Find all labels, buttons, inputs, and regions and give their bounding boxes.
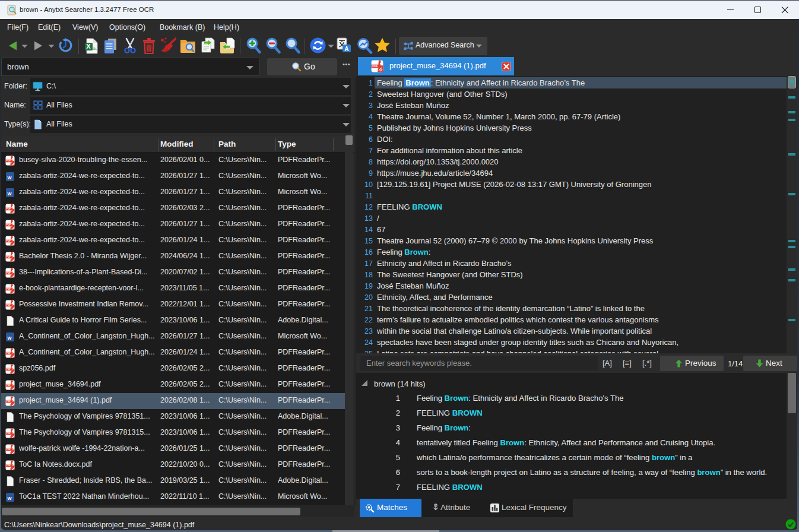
svg-text:w: w bbox=[7, 191, 12, 197]
svg-text:PDF: PDF bbox=[7, 352, 11, 354]
svg-text:PDF: PDF bbox=[7, 240, 11, 242]
svg-text:PDF: PDF bbox=[372, 65, 378, 68]
svg-text:a,: a, bbox=[93, 46, 97, 51]
svg-text:PDF: PDF bbox=[7, 288, 11, 290]
svg-text:PDF: PDF bbox=[7, 256, 11, 258]
svg-text:PDF: PDF bbox=[7, 304, 11, 306]
svg-text:PDF: PDF bbox=[7, 384, 11, 387]
svg-text:w: w bbox=[7, 495, 12, 501]
svg-text:PDF: PDF bbox=[7, 224, 11, 226]
svg-text:PDF: PDF bbox=[7, 448, 11, 451]
svg-text:w: w bbox=[7, 175, 12, 180]
svg-text:A: A bbox=[344, 46, 348, 52]
svg-text:X: X bbox=[86, 43, 91, 50]
svg-text:PDF: PDF bbox=[7, 464, 11, 467]
svg-text:PDF: PDF bbox=[7, 432, 11, 435]
svg-text:PDF: PDF bbox=[7, 400, 11, 403]
svg-text:PDF: PDF bbox=[7, 368, 11, 370]
svg-text:w: w bbox=[7, 335, 12, 341]
svg-text:PDF: PDF bbox=[7, 160, 11, 162]
svg-text:PDF: PDF bbox=[7, 208, 11, 210]
svg-text:PDF: PDF bbox=[7, 272, 11, 274]
